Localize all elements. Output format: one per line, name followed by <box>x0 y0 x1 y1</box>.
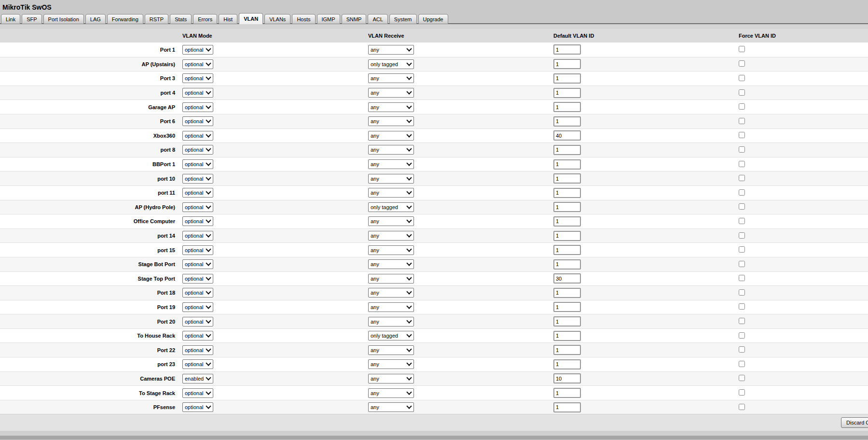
default-vlan-id-input[interactable] <box>553 259 581 270</box>
force-vlan-id-checkbox[interactable] <box>739 146 745 153</box>
default-vlan-id-input[interactable] <box>553 116 581 127</box>
default-vlan-id-input[interactable] <box>553 59 581 69</box>
tab-vlan[interactable]: VLAN <box>239 13 263 24</box>
vlan-mode-select[interactable]: optional <box>182 259 213 269</box>
force-vlan-id-checkbox[interactable] <box>739 89 745 96</box>
force-vlan-id-checkbox[interactable] <box>739 404 745 410</box>
force-vlan-id-checkbox[interactable] <box>739 261 745 267</box>
vlan-mode-select[interactable]: optional <box>182 402 213 412</box>
force-vlan-id-checkbox[interactable] <box>739 118 745 124</box>
tab-hist[interactable]: Hist <box>219 14 237 24</box>
vlan-mode-select[interactable]: optional <box>182 45 213 55</box>
tab-system[interactable]: System <box>389 14 417 24</box>
tab-stats[interactable]: Stats <box>170 14 192 24</box>
force-vlan-id-checkbox[interactable] <box>739 289 745 296</box>
vlan-mode-select[interactable]: optional <box>182 331 213 341</box>
force-vlan-id-checkbox[interactable] <box>739 232 745 239</box>
default-vlan-id-input[interactable] <box>553 302 581 312</box>
force-vlan-id-checkbox[interactable] <box>739 361 745 367</box>
vlan-receive-select[interactable]: any <box>368 45 414 55</box>
tab-link[interactable]: Link <box>1 14 20 24</box>
vlan-mode-select[interactable]: optional <box>182 317 213 326</box>
force-vlan-id-checkbox[interactable] <box>739 103 745 110</box>
vlan-receive-select[interactable]: any <box>368 317 414 326</box>
tab-snmp[interactable]: SNMP <box>342 14 367 24</box>
vlan-mode-select[interactable]: optional <box>182 131 213 141</box>
tab-lag[interactable]: LAG <box>85 14 106 24</box>
vlan-mode-select[interactable]: optional <box>182 88 213 98</box>
tab-upgrade[interactable]: Upgrade <box>418 14 448 24</box>
default-vlan-id-input[interactable] <box>553 231 581 241</box>
tab-vlans[interactable]: VLANs <box>264 14 290 24</box>
vlan-receive-select[interactable]: any <box>368 388 414 398</box>
tab-errors[interactable]: Errors <box>193 14 217 24</box>
default-vlan-id-input[interactable] <box>553 288 581 298</box>
default-vlan-id-input[interactable] <box>553 373 581 383</box>
vlan-receive-select[interactable]: any <box>368 159 414 169</box>
vlan-mode-select[interactable]: optional <box>182 388 213 398</box>
vlan-receive-select[interactable]: any <box>368 116 414 126</box>
vlan-receive-select[interactable]: any <box>368 88 414 98</box>
vlan-receive-select[interactable]: any <box>368 145 414 155</box>
vlan-mode-select[interactable]: optional <box>182 116 213 126</box>
vlan-receive-select[interactable]: any <box>368 259 414 269</box>
vlan-mode-select[interactable]: optional <box>182 288 213 298</box>
vlan-receive-select[interactable]: only tagged <box>368 331 414 341</box>
default-vlan-id-input[interactable] <box>553 216 581 227</box>
vlan-mode-select[interactable]: optional <box>182 59 213 69</box>
vlan-receive-select[interactable]: any <box>368 131 414 141</box>
force-vlan-id-checkbox[interactable] <box>739 175 745 181</box>
default-vlan-id-input[interactable] <box>553 316 581 326</box>
default-vlan-id-input[interactable] <box>553 402 581 412</box>
tab-acl[interactable]: ACL <box>368 14 387 24</box>
force-vlan-id-checkbox[interactable] <box>739 75 745 81</box>
vlan-mode-select[interactable]: optional <box>182 174 213 184</box>
vlan-receive-select[interactable]: any <box>368 302 414 312</box>
default-vlan-id-input[interactable] <box>553 273 581 284</box>
vlan-receive-select[interactable]: any <box>368 345 414 355</box>
tab-igmp[interactable]: IGMP <box>317 14 340 24</box>
vlan-receive-select[interactable]: any <box>368 188 414 198</box>
default-vlan-id-input[interactable] <box>553 73 581 84</box>
default-vlan-id-input[interactable] <box>553 173 581 184</box>
vlan-mode-select[interactable]: optional <box>182 302 213 312</box>
default-vlan-id-input[interactable] <box>553 188 581 198</box>
tab-port-isolation[interactable]: Port Isolation <box>43 14 84 24</box>
force-vlan-id-checkbox[interactable] <box>739 60 745 67</box>
vlan-receive-select[interactable]: any <box>368 402 414 412</box>
vlan-mode-select[interactable]: optional <box>182 274 213 284</box>
default-vlan-id-input[interactable] <box>553 245 581 255</box>
vlan-receive-select[interactable]: any <box>368 359 414 369</box>
force-vlan-id-checkbox[interactable] <box>739 375 745 381</box>
force-vlan-id-checkbox[interactable] <box>739 246 745 253</box>
default-vlan-id-input[interactable] <box>553 359 581 369</box>
force-vlan-id-checkbox[interactable] <box>739 332 745 339</box>
vlan-mode-select[interactable]: optional <box>182 102 213 112</box>
vlan-receive-select[interactable]: any <box>368 374 414 383</box>
vlan-receive-select[interactable]: only tagged <box>368 59 414 69</box>
vlan-mode-select[interactable]: optional <box>182 245 213 255</box>
vlan-receive-select[interactable]: any <box>368 231 414 241</box>
force-vlan-id-checkbox[interactable] <box>739 161 745 167</box>
default-vlan-id-input[interactable] <box>553 44 581 55</box>
vlan-receive-select[interactable]: any <box>368 102 414 112</box>
force-vlan-id-checkbox[interactable] <box>739 389 745 396</box>
default-vlan-id-input[interactable] <box>553 130 581 141</box>
force-vlan-id-checkbox[interactable] <box>739 203 745 210</box>
vlan-mode-select[interactable]: optional <box>182 216 213 226</box>
vlan-receive-select[interactable]: any <box>368 245 414 255</box>
vlan-mode-select[interactable]: optional <box>182 73 213 83</box>
vlan-mode-select[interactable]: optional <box>182 345 213 355</box>
force-vlan-id-checkbox[interactable] <box>739 275 745 281</box>
vlan-mode-select[interactable]: optional <box>182 202 213 212</box>
vlan-mode-select[interactable]: optional <box>182 159 213 169</box>
vlan-mode-select[interactable]: optional <box>182 145 213 155</box>
default-vlan-id-input[interactable] <box>553 345 581 355</box>
force-vlan-id-checkbox[interactable] <box>739 189 745 196</box>
tab-hosts[interactable]: Hosts <box>292 14 315 24</box>
vlan-mode-select[interactable]: optional <box>182 359 213 369</box>
tab-forwarding[interactable]: Forwarding <box>107 14 143 24</box>
default-vlan-id-input[interactable] <box>553 159 581 170</box>
force-vlan-id-checkbox[interactable] <box>739 46 745 52</box>
force-vlan-id-checkbox[interactable] <box>739 303 745 310</box>
